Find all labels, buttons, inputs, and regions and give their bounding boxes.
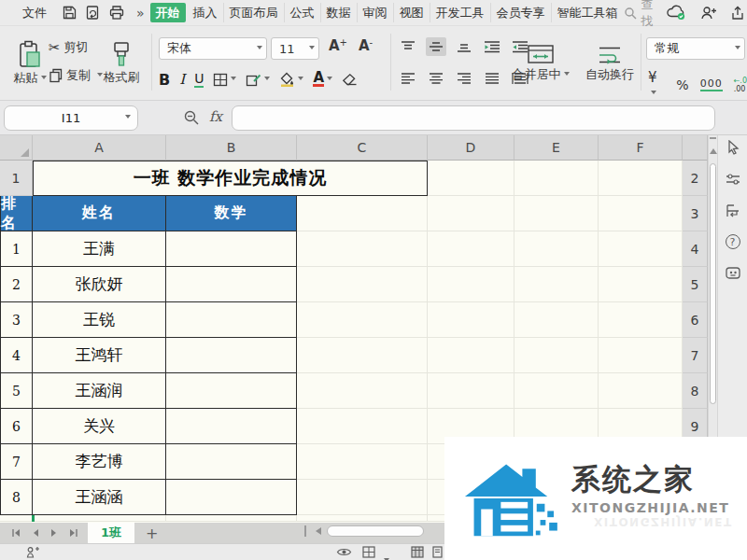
column-header-a[interactable]: A: [33, 135, 166, 161]
cell-settings-icon[interactable]: [725, 203, 741, 219]
grid-view-icon[interactable]: [362, 546, 375, 558]
next-sheet-icon[interactable]: [50, 528, 58, 538]
paste-button[interactable]: 粘贴: [9, 34, 50, 93]
align-middle-button[interactable]: [426, 37, 446, 56]
macro-record-icon[interactable]: [26, 546, 40, 559]
cell-empty[interactable]: [297, 409, 428, 444]
cell-empty[interactable]: [297, 231, 428, 267]
cell-name[interactable]: 王满: [33, 231, 166, 267]
cell-empty[interactable]: [514, 231, 599, 267]
tab-insert[interactable]: 插入: [188, 3, 224, 22]
cell-rank[interactable]: 7: [0, 444, 33, 480]
cell-rank[interactable]: 1: [0, 231, 33, 267]
cell-empty[interactable]: [514, 267, 599, 302]
cell-rank[interactable]: 5: [0, 373, 33, 409]
share-icon[interactable]: [730, 6, 745, 21]
row-header-1[interactable]: 1: [0, 161, 33, 196]
column-header-b[interactable]: B: [166, 135, 297, 161]
draw-border-button[interactable]: [246, 73, 270, 87]
increase-font-button[interactable]: A+: [329, 37, 347, 54]
copy-button[interactable]: 复制: [49, 67, 103, 84]
quick-access-more[interactable]: »: [131, 6, 150, 21]
row-header-4[interactable]: 4: [683, 231, 708, 267]
cell-name[interactable]: 王锐: [33, 302, 166, 338]
comma-format-button[interactable]: 000: [700, 77, 723, 91]
fill-color-button[interactable]: [279, 72, 303, 87]
grid-view-dropdown[interactable]: [381, 552, 389, 560]
cell-rank[interactable]: 8: [0, 480, 33, 515]
cell-empty[interactable]: [428, 161, 514, 196]
cell-score[interactable]: [166, 302, 297, 338]
cell-empty[interactable]: [599, 196, 683, 231]
cell-empty[interactable]: [599, 338, 683, 373]
cell-rank[interactable]: 3: [0, 302, 33, 338]
tab-smart-toolbox[interactable]: 智能工具箱: [552, 3, 624, 22]
last-sheet-icon[interactable]: [69, 528, 78, 538]
cell-title-merged[interactable]: 一班 数学作业完成情况: [33, 161, 428, 196]
cell-rank[interactable]: 2: [0, 267, 33, 302]
cell-empty[interactable]: [599, 267, 683, 302]
cell-rank[interactable]: 4: [0, 338, 33, 373]
cell-empty[interactable]: [297, 196, 428, 231]
cell-name[interactable]: 王鸿轩: [33, 338, 166, 373]
formula-input[interactable]: [232, 105, 715, 131]
cell-empty[interactable]: [297, 267, 428, 302]
cell-score[interactable]: [166, 338, 297, 373]
currency-format-button[interactable]: ¥: [648, 69, 665, 100]
wrap-text-button[interactable]: 自动换行: [581, 34, 639, 93]
scroll-up-arrow[interactable]: [710, 145, 717, 154]
cell-score[interactable]: [166, 480, 297, 515]
cell-empty[interactable]: [599, 302, 683, 338]
column-header-e[interactable]: E: [514, 135, 599, 161]
cell-empty[interactable]: [297, 444, 428, 480]
borders-button[interactable]: [213, 73, 236, 87]
cell-score[interactable]: [166, 373, 297, 409]
row-header-3[interactable]: 3: [683, 196, 708, 231]
row-header-7[interactable]: 7: [683, 338, 708, 373]
assistant-robot-icon[interactable]: [725, 264, 741, 281]
vertical-scroll-thumb[interactable]: [710, 163, 716, 404]
justify-button[interactable]: [482, 69, 502, 88]
cell-empty[interactable]: [428, 302, 514, 338]
eraser-button[interactable]: [342, 73, 358, 87]
align-left-button[interactable]: [398, 69, 418, 88]
horizontal-scroll-thumb[interactable]: [327, 525, 424, 537]
align-bottom-button[interactable]: [454, 37, 474, 56]
column-header-f[interactable]: F: [599, 135, 683, 161]
decimal-adjust-button[interactable]: ←.0 .00: [734, 77, 747, 93]
cell-empty[interactable]: [428, 373, 514, 409]
cell-empty[interactable]: [428, 231, 514, 267]
first-sheet-icon[interactable]: [11, 528, 21, 538]
align-top-button[interactable]: [398, 37, 418, 56]
cut-button[interactable]: ✂ 剪切: [49, 39, 89, 56]
cell-empty[interactable]: [599, 373, 683, 409]
font-name-select[interactable]: 宋体: [159, 37, 267, 60]
decrease-font-button[interactable]: A-: [359, 37, 373, 54]
number-format-select[interactable]: 常规: [646, 37, 745, 60]
italic-button[interactable]: I: [179, 71, 185, 88]
cell-header-rank[interactable]: 排名: [0, 196, 33, 231]
cell-empty[interactable]: [297, 373, 428, 409]
cell-name[interactable]: 张欣妍: [33, 267, 166, 302]
merge-center-button[interactable]: 合并居中: [512, 34, 570, 93]
cell-empty[interactable]: [514, 302, 599, 338]
decrease-indent-button[interactable]: [482, 37, 502, 56]
cursor-select-icon[interactable]: [725, 139, 741, 156]
align-right-button[interactable]: [454, 69, 474, 88]
align-center-button[interactable]: [426, 69, 446, 88]
page-layout-view-icon[interactable]: [431, 546, 444, 558]
h-split-handle[interactable]: [304, 525, 306, 537]
scroll-left-arrow[interactable]: [312, 527, 321, 535]
tab-page-layout[interactable]: 页面布局: [224, 3, 285, 22]
cell-rank[interactable]: 6: [0, 409, 33, 444]
cell-header-math[interactable]: 数学: [166, 196, 297, 231]
name-box[interactable]: I11: [4, 105, 138, 131]
cell-empty[interactable]: [514, 373, 599, 409]
tab-membership[interactable]: 会员专享: [491, 3, 552, 22]
properties-sliders-icon[interactable]: [725, 171, 741, 188]
row-header-2[interactable]: 2: [683, 161, 708, 196]
underline-button[interactable]: U: [194, 72, 204, 88]
tab-view[interactable]: 视图: [394, 3, 430, 22]
cell-empty[interactable]: [297, 302, 428, 338]
tab-formulas[interactable]: 公式: [285, 3, 321, 22]
